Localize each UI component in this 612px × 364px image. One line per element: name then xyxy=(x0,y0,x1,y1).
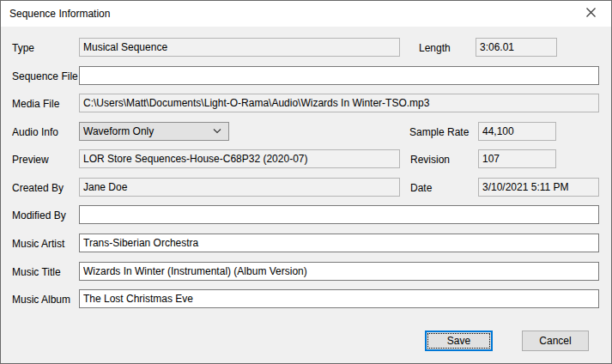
sequence-file-label: Sequence File xyxy=(12,70,78,82)
length-label: Length xyxy=(419,42,451,54)
close-button[interactable] xyxy=(572,1,609,27)
audio-info-selected-value: Waveform Only xyxy=(83,125,213,137)
created-by-label: Created By xyxy=(12,182,64,194)
chevron-down-icon xyxy=(213,129,221,134)
preview-label: Preview xyxy=(12,154,49,166)
music-album-field[interactable] xyxy=(79,289,599,308)
music-title-label: Music Title xyxy=(12,266,61,278)
sample-rate-label: Sample Rate xyxy=(409,126,469,138)
cancel-button[interactable]: Cancel xyxy=(522,331,589,351)
sample-rate-field xyxy=(478,122,556,141)
modified-by-label: Modified By xyxy=(12,209,66,221)
date-label: Date xyxy=(410,182,432,194)
window-title: Sequence Information xyxy=(9,8,110,20)
type-label: Type xyxy=(12,42,34,54)
save-button[interactable]: Save xyxy=(425,331,493,351)
audio-info-dropdown[interactable]: Waveform Only xyxy=(79,122,229,141)
audio-info-label: Audio Info xyxy=(12,126,58,138)
created-by-field xyxy=(79,178,400,197)
media-file-label: Media File xyxy=(12,98,59,110)
close-icon xyxy=(586,8,596,20)
revision-label: Revision xyxy=(410,154,450,166)
modified-by-field[interactable] xyxy=(79,205,599,224)
sequence-information-dialog: Sequence Information Type Length Sequenc… xyxy=(0,0,612,364)
length-field xyxy=(476,38,557,57)
media-file-field xyxy=(79,94,599,112)
sequence-file-field[interactable] xyxy=(79,66,599,85)
type-field xyxy=(79,38,400,57)
music-artist-field[interactable] xyxy=(79,234,599,252)
preview-field xyxy=(79,149,400,168)
music-album-label: Music Album xyxy=(12,294,70,306)
music-artist-label: Music Artist xyxy=(12,238,64,250)
title-bar: Sequence Information xyxy=(1,1,611,27)
revision-field xyxy=(478,149,556,168)
music-title-field[interactable] xyxy=(79,262,599,281)
date-field xyxy=(478,178,599,197)
